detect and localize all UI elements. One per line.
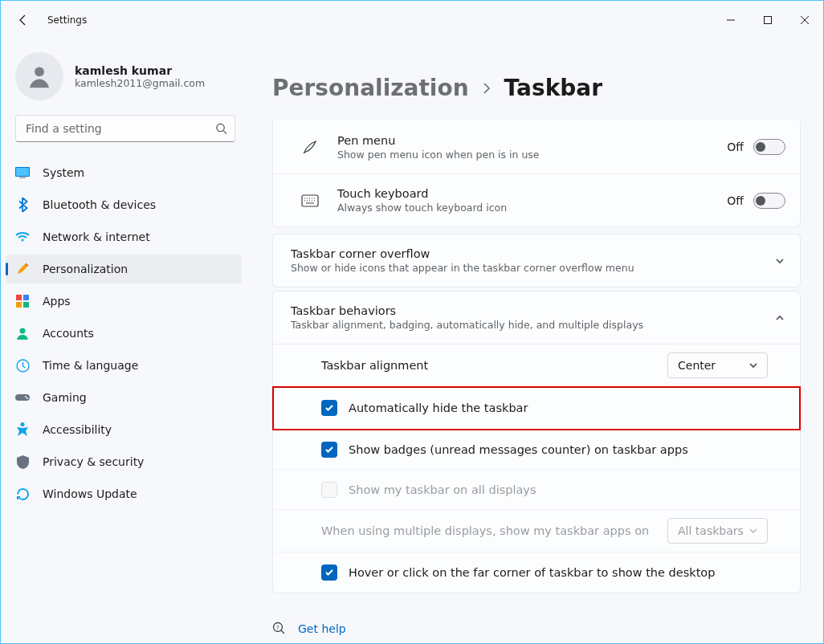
show-badges-checkbox[interactable] bbox=[321, 442, 337, 458]
hover-corner-row[interactable]: Hover or click on the far corner of task… bbox=[273, 552, 800, 593]
breadcrumb: Personalization Taskbar bbox=[272, 75, 801, 101]
taskbar-overflow-expander[interactable]: Taskbar corner overflow Show or hide ico… bbox=[272, 234, 801, 287]
show-badges-row[interactable]: Show badges (unread messages counter) on… bbox=[273, 430, 800, 470]
sidebar-item-bluetooth[interactable]: Bluetooth & devices bbox=[6, 190, 242, 219]
svg-rect-13 bbox=[15, 394, 30, 401]
setting-label: Show badges (unread messages counter) on… bbox=[349, 443, 768, 456]
pen-icon bbox=[291, 138, 329, 156]
svg-point-16 bbox=[21, 422, 25, 426]
globe-clock-icon bbox=[15, 358, 30, 373]
system-icon bbox=[15, 165, 30, 180]
sidebar-item-system[interactable]: System bbox=[6, 158, 242, 187]
sidebar-item-personalization[interactable]: Personalization bbox=[6, 255, 242, 283]
sidebar-item-label: Personalization bbox=[43, 263, 128, 275]
sidebar: kamlesh kumar kamlesh2011@gmail.com Syst… bbox=[1, 39, 250, 643]
taskbar-behaviors-header[interactable]: Taskbar behaviors Taskbar alignment, bad… bbox=[273, 291, 800, 344]
touch-keyboard-toggle[interactable] bbox=[753, 193, 785, 209]
search-icon bbox=[215, 123, 227, 135]
titlebar: Settings bbox=[1, 1, 823, 39]
svg-rect-4 bbox=[16, 168, 29, 176]
setting-desc: Show pen menu icon when pen is in use bbox=[337, 149, 719, 161]
sidebar-item-label: Accessibility bbox=[43, 423, 112, 436]
setting-title: Touch keyboard bbox=[337, 187, 719, 200]
setting-title: Taskbar behaviors bbox=[291, 304, 766, 317]
paintbrush-icon bbox=[15, 262, 30, 276]
chevron-right-icon bbox=[482, 82, 492, 95]
setting-desc: Always show touch keyboard icon bbox=[337, 202, 719, 214]
svg-point-6 bbox=[22, 239, 24, 242]
sidebar-item-label: Bluetooth & devices bbox=[43, 198, 156, 211]
give-feedback-link[interactable]: Give feedback bbox=[272, 642, 801, 643]
bluetooth-icon bbox=[15, 198, 30, 212]
svg-point-11 bbox=[20, 328, 26, 334]
sidebar-item-label: Accounts bbox=[43, 327, 94, 340]
profile-name: kamlesh kumar bbox=[75, 64, 205, 77]
setting-label: When using multiple displays, show my ta… bbox=[321, 524, 667, 537]
sidebar-item-privacy[interactable]: Privacy & security bbox=[6, 447, 242, 476]
sidebar-item-label: Gaming bbox=[43, 391, 87, 404]
sidebar-item-windows-update[interactable]: Windows Update bbox=[6, 479, 242, 508]
sidebar-item-gaming[interactable]: Gaming bbox=[6, 383, 242, 412]
chevron-up-icon bbox=[774, 312, 785, 324]
auto-hide-checkbox[interactable] bbox=[321, 400, 337, 416]
svg-point-14 bbox=[25, 396, 27, 397]
sidebar-item-label: Privacy & security bbox=[43, 455, 144, 468]
pen-menu-row[interactable]: Pen menu Show pen menu icon when pen is … bbox=[273, 120, 800, 173]
taskbar-behaviors-expander: Taskbar behaviors Taskbar alignment, bad… bbox=[272, 291, 801, 593]
breadcrumb-current: Taskbar bbox=[504, 75, 602, 101]
close-button[interactable] bbox=[786, 2, 823, 38]
accessibility-icon bbox=[15, 422, 30, 437]
multi-display-apps-row: When using multiple displays, show my ta… bbox=[273, 510, 800, 552]
profile[interactable]: kamlesh kumar kamlesh2011@gmail.com bbox=[1, 46, 250, 115]
svg-rect-10 bbox=[23, 302, 29, 308]
profile-email: kamlesh2011@gmail.com bbox=[75, 77, 205, 89]
setting-label: Automatically hide the taskbar bbox=[349, 401, 768, 414]
all-displays-row: Show my taskbar on all displays bbox=[273, 470, 800, 510]
search-box[interactable] bbox=[15, 115, 235, 142]
pen-menu-toggle[interactable] bbox=[753, 139, 785, 155]
sidebar-item-apps[interactable]: Apps bbox=[6, 287, 242, 316]
svg-rect-7 bbox=[16, 295, 22, 300]
chevron-down-icon bbox=[774, 255, 785, 267]
select-value: All taskbars bbox=[678, 524, 744, 537]
svg-point-15 bbox=[27, 397, 28, 399]
link-text: Get help bbox=[298, 622, 346, 635]
taskbar-alignment-select[interactable]: Center bbox=[667, 353, 768, 378]
setting-title: Pen menu bbox=[337, 134, 719, 147]
svg-rect-8 bbox=[23, 295, 29, 300]
breadcrumb-parent[interactable]: Personalization bbox=[272, 75, 469, 101]
hover-corner-checkbox[interactable] bbox=[321, 565, 337, 581]
gamepad-icon bbox=[15, 390, 30, 405]
setting-desc: Taskbar alignment, badging, automaticall… bbox=[291, 319, 766, 331]
chevron-down-icon bbox=[748, 525, 759, 536]
footer-links: ? Get help Give feedback bbox=[272, 616, 801, 643]
back-icon[interactable] bbox=[17, 14, 30, 26]
multi-display-select: All taskbars bbox=[667, 518, 768, 544]
chevron-down-icon bbox=[748, 360, 759, 371]
sidebar-item-label: Apps bbox=[43, 295, 71, 308]
maximize-button[interactable] bbox=[749, 2, 786, 38]
sidebar-item-accessibility[interactable]: Accessibility bbox=[6, 415, 242, 444]
sidebar-item-accounts[interactable]: Accounts bbox=[6, 319, 242, 348]
touch-keyboard-row[interactable]: Touch keyboard Always show touch keyboar… bbox=[273, 173, 800, 226]
toggle-state: Off bbox=[727, 194, 744, 207]
taskbar-corner-icons-group: Pen menu Show pen menu icon when pen is … bbox=[272, 120, 801, 227]
all-displays-checkbox bbox=[321, 482, 337, 498]
sidebar-item-label: Network & internet bbox=[43, 230, 150, 243]
sidebar-item-label: Windows Update bbox=[43, 487, 137, 500]
sidebar-item-network[interactable]: Network & internet bbox=[6, 222, 242, 251]
avatar bbox=[15, 52, 63, 100]
auto-hide-row[interactable]: Automatically hide the taskbar bbox=[273, 387, 800, 430]
sidebar-item-label: Time & language bbox=[43, 359, 138, 372]
help-icon: ? bbox=[272, 622, 287, 636]
search-input[interactable] bbox=[15, 115, 235, 142]
setting-label: Show my taskbar on all displays bbox=[349, 483, 768, 496]
sidebar-item-time-language[interactable]: Time & language bbox=[6, 351, 242, 380]
svg-point-2 bbox=[217, 124, 224, 131]
svg-rect-9 bbox=[16, 302, 22, 308]
select-value: Center bbox=[678, 359, 716, 372]
minimize-button[interactable] bbox=[712, 2, 749, 38]
app-title: Settings bbox=[47, 14, 87, 26]
setting-label: Taskbar alignment bbox=[321, 359, 667, 372]
get-help-link[interactable]: ? Get help bbox=[272, 616, 801, 642]
